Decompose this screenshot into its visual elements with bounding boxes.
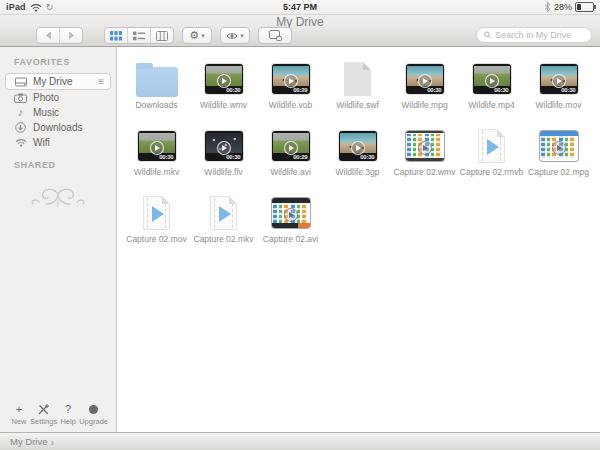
video-thumbnail-icon: 00:30 (339, 131, 377, 161)
play-triangle-icon (487, 139, 499, 155)
file-browser-pane: Downloads 00:30 Wildlife.wmv 00:29 Wildl… (118, 47, 600, 432)
upgrade-button[interactable]: Upgrade (79, 404, 108, 426)
sidebar-item-downloads[interactable]: Downloads (0, 120, 116, 135)
file-tile[interactable]: 00:29 Wildlife.vob (257, 58, 324, 125)
chevron-right-icon: › (50, 437, 54, 447)
view-options-dropdown-button[interactable]: ▾ (220, 27, 250, 44)
file-tile[interactable]: 00:30 Wildlife.mpg (391, 58, 458, 125)
actions-dropdown-button[interactable]: ⚙ ▾ (182, 27, 212, 44)
file-tile[interactable]: Capture 02.mpg (525, 125, 592, 192)
file-icon (210, 192, 237, 234)
play-icon (552, 74, 566, 88)
video-thumbnail-icon: 00:30 (540, 64, 578, 94)
back-button[interactable] (37, 28, 59, 43)
sidebar-footer: + New Settings ? Help Upgrade (0, 404, 116, 426)
duration-badge: 00:30 (360, 154, 374, 160)
shared-header: SHARED (14, 160, 116, 170)
forward-icon (68, 31, 75, 40)
file-name-label: Capture 02.mpg (528, 167, 589, 177)
file-tile[interactable]: Capture 02.wmv (391, 125, 458, 192)
file-tile[interactable]: Capture 02.rmvb (458, 125, 525, 192)
forward-button[interactable] (59, 28, 82, 43)
file-tile[interactable]: 00:30 Wildlife.flv (190, 125, 257, 192)
file-icon: 00:30 (473, 58, 511, 100)
play-triangle-icon (152, 206, 164, 222)
sidebar: FAVORITES My Drive ≡ Photo ♪ Music Downl… (0, 47, 117, 432)
file-tile[interactable]: 00:30 Wildlife.mov (525, 58, 592, 125)
video-thumbnail-icon: 00:30 (473, 64, 511, 94)
sidebar-item-my-drive[interactable]: My Drive ≡ (5, 73, 111, 90)
grid-view-icon (110, 31, 122, 41)
file-name-label: Downloads (135, 100, 177, 110)
grid-view-button[interactable] (105, 28, 127, 43)
sidebar-item-wifi[interactable]: Wifi (0, 135, 116, 150)
play-icon (284, 141, 298, 155)
camera-icon (14, 93, 27, 103)
breadcrumb-label: My Drive (10, 436, 47, 447)
column-view-button[interactable] (150, 28, 173, 43)
sidebar-item-label: Photo (33, 92, 59, 103)
duration-badge: 00:30 (561, 87, 575, 93)
play-icon (485, 74, 499, 88)
list-view-icon (133, 31, 145, 41)
duration-badge: 00:30 (226, 154, 240, 160)
duration-badge: 00:30 (494, 87, 508, 93)
favorites-header: FAVORITES (14, 57, 116, 67)
file-name-label: Wildlife.vob (269, 100, 312, 110)
video-document-icon (478, 129, 505, 163)
download-circle-icon (14, 122, 27, 133)
file-icon: 00:30 (339, 125, 377, 167)
sidebar-item-photo[interactable]: Photo (0, 90, 116, 105)
duration-badge: 00:29 (293, 154, 307, 160)
new-button[interactable]: + New (8, 404, 30, 426)
screen-capture-thumbnail-icon (406, 131, 444, 161)
file-tile[interactable]: 00:30 Wildlife.3gp (324, 125, 391, 192)
file-name-label: Capture 02.rmvb (460, 167, 523, 177)
file-name-label: Wildlife.avi (270, 167, 311, 177)
file-name-label: Wildlife.swf (336, 100, 379, 110)
settings-button[interactable]: Settings (30, 404, 57, 426)
new-folder-button[interactable] (258, 27, 292, 44)
list-view-button[interactable] (127, 28, 150, 43)
search-input[interactable] (495, 30, 584, 40)
clock: 5:47 PM (0, 2, 600, 12)
sidebar-item-music[interactable]: ♪ Music (0, 105, 116, 120)
file-tile[interactable]: 00:29 Wildlife.avi (257, 125, 324, 192)
play-icon (217, 74, 231, 88)
duration-badge: 00:30 (427, 87, 441, 93)
file-tile[interactable]: Capture 02.avi (257, 192, 324, 259)
play-icon (552, 141, 566, 155)
file-name-label: Wildlife.wmv (200, 100, 247, 110)
file-tile[interactable]: Downloads (123, 58, 190, 125)
bottom-bar: My Drive › (0, 432, 600, 450)
screen-capture-thumbnail-icon (540, 131, 578, 161)
help-button[interactable]: ? Help (57, 404, 79, 426)
file-tile[interactable]: Capture 02.mov (123, 192, 190, 259)
app-window: iPad ↻ 5:47 PM 28% My Drive (0, 0, 600, 450)
folder-icon (136, 67, 178, 97)
gear-icon: ⚙ (189, 30, 199, 41)
menu-icon[interactable]: ≡ (98, 77, 104, 87)
file-icon (136, 58, 178, 100)
file-tile[interactable]: 00:30 Wildlife.mkv (123, 125, 190, 192)
footer-label: Settings (30, 417, 57, 426)
duration-badge: 00:29 (293, 87, 307, 93)
nav-buttons (36, 27, 83, 44)
file-name-label: Wildlife.mov (536, 100, 582, 110)
footer-label: Upgrade (79, 417, 108, 426)
file-tile[interactable]: 00:30 Wildlife.wmv (190, 58, 257, 125)
sidebar-item-label: My Drive (33, 76, 72, 87)
search-icon (484, 31, 491, 39)
file-tile[interactable]: 00:30 Wildlife.mp4 (458, 58, 525, 125)
file-tile[interactable]: Wildlife.swf (324, 58, 391, 125)
play-icon (284, 74, 298, 88)
breadcrumb[interactable]: My Drive › (10, 436, 54, 447)
file-tile[interactable]: Capture 02.mkv (190, 192, 257, 259)
file-name-label: Capture 02.mkv (194, 234, 254, 244)
file-icon: 00:30 (205, 58, 243, 100)
video-thumbnail-icon: 00:30 (406, 64, 444, 94)
duration-badge: 00:30 (159, 154, 173, 160)
video-thumbnail-icon: 00:30 (205, 64, 243, 94)
file-icon (540, 125, 578, 167)
eye-icon (226, 32, 238, 40)
